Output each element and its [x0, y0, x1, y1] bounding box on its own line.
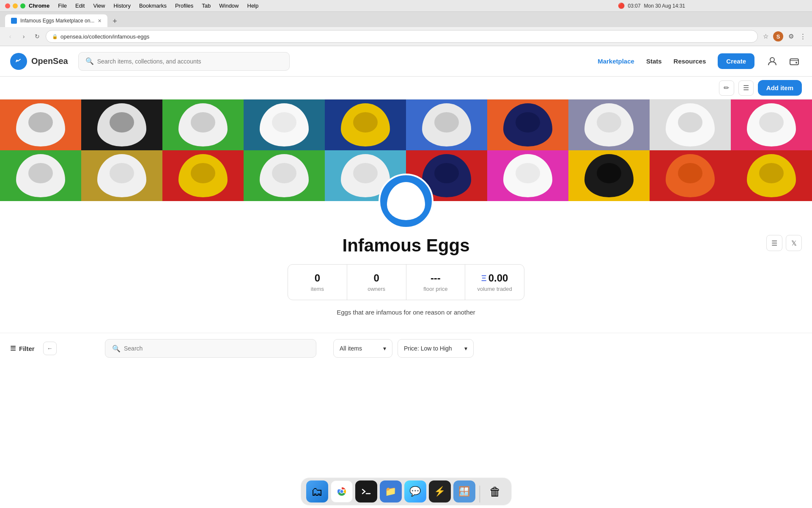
opensea-logo-icon: [10, 53, 27, 70]
stat-value-floor price: ---: [415, 272, 457, 284]
collection-title: Infamous Eggs: [342, 235, 469, 256]
egg-cell: [650, 99, 731, 150]
tab-title: Infamous Eggs Marketplace on...: [20, 18, 94, 24]
fullscreen-button[interactable]: [20, 3, 25, 8]
url-text: opensea.io/collection/infamous-eggs: [60, 33, 149, 40]
filter-search-icon: 🔍: [112, 345, 121, 353]
titlebar-menu: Chrome File Edit View History Bookmarks …: [29, 3, 258, 9]
search-icon: 🔍: [85, 57, 94, 65]
new-tab-button[interactable]: +: [109, 15, 121, 27]
egg-grid-row-1: [0, 99, 812, 150]
egg-cell: [81, 99, 162, 150]
menu-view[interactable]: View: [93, 3, 105, 9]
address-bar-icons: ☆ S ⚙ ⋮: [761, 31, 807, 41]
egg-cell: [162, 99, 244, 150]
filter-icon: ☰: [10, 345, 16, 352]
svg-point-2: [770, 58, 774, 62]
profile-icon[interactable]: S: [773, 31, 783, 41]
price-sort-dropdown[interactable]: Price: Low to High ▾: [398, 339, 474, 358]
opensea-logo-text: OpenSea: [31, 56, 68, 66]
all-items-dropdown[interactable]: All items ▾: [333, 339, 392, 358]
filter-search-input[interactable]: [124, 345, 309, 352]
menu-tab[interactable]: Tab: [202, 3, 211, 9]
egg-cell: [731, 150, 812, 201]
avatar-egg: [387, 182, 425, 220]
dropdown-arrow-icon: ▾: [383, 345, 386, 352]
menu-bookmarks[interactable]: Bookmarks: [139, 3, 167, 9]
battery-icon: 🔴: [618, 3, 625, 9]
stats-bar: 0items0owners---floor priceΞ0.00volume t…: [288, 264, 524, 300]
stat-label-floor price: floor price: [415, 286, 457, 292]
stat-label-volume traded: volume traded: [474, 286, 516, 292]
extensions-icon[interactable]: ⚙: [787, 32, 795, 41]
search-input[interactable]: [97, 58, 283, 65]
egg-cell: [731, 99, 812, 150]
nav-resources[interactable]: Resources: [674, 58, 706, 65]
system-time: 🔴 03:07 Mon 30 Aug 14:31: [618, 3, 685, 9]
egg-cell: [162, 150, 244, 201]
filter-row: ☰ Filter ← 🔍 All items ▾ Price: Low to H…: [0, 333, 812, 364]
egg-cell: [487, 150, 568, 201]
stat-value-owners: 0: [356, 272, 398, 284]
nav-marketplace[interactable]: Marketplace: [598, 58, 634, 65]
stat-volume traded: Ξ0.00volume traded: [465, 265, 524, 300]
active-tab[interactable]: Infamous Eggs Marketplace on... ×: [5, 14, 107, 27]
twitter-icon[interactable]: 𝕏: [786, 235, 802, 251]
egg-cell: [0, 99, 81, 150]
collection-info: ☰ 𝕏 Infamous Eggs 0items0owners---floor …: [0, 201, 812, 333]
stat-items: 0items: [288, 265, 347, 300]
list-view-icon[interactable]: ☰: [738, 80, 754, 96]
egg-cell: [244, 99, 325, 150]
svg-rect-3: [790, 59, 798, 65]
menu-icon[interactable]: ☰: [766, 235, 782, 251]
collection-toolbar: ✏ ☰ Add item: [0, 77, 812, 99]
menu-help[interactable]: Help: [247, 3, 259, 9]
svg-point-0: [14, 57, 23, 66]
tab-favicon: [11, 18, 17, 24]
wallet-icon[interactable]: [787, 54, 802, 69]
stat-value-items: 0: [296, 272, 338, 284]
forward-button[interactable]: ›: [19, 31, 29, 41]
filter-button[interactable]: ☰ Filter ←: [10, 338, 95, 359]
menu-history[interactable]: History: [113, 3, 130, 9]
bookmark-icon[interactable]: ☆: [761, 32, 770, 41]
opensea-logo[interactable]: OpenSea: [10, 53, 68, 70]
search-bar[interactable]: 🔍: [78, 52, 290, 71]
more-icon[interactable]: ⋮: [798, 32, 807, 41]
eth-icon: Ξ: [481, 273, 487, 283]
stat-label-items: items: [296, 286, 338, 292]
address-bar: ‹ › ↻ 🔒 opensea.io/collection/infamous-e…: [0, 27, 812, 46]
filter-search-box[interactable]: 🔍: [105, 339, 316, 358]
stat-label-owners: owners: [356, 286, 398, 292]
menu-file[interactable]: File: [58, 3, 67, 9]
menu-chrome[interactable]: Chrome: [29, 3, 49, 9]
account-icon[interactable]: [765, 54, 780, 69]
back-button[interactable]: ‹: [5, 31, 15, 41]
svg-point-4: [796, 62, 797, 64]
collection-avatar: [379, 174, 433, 229]
browser-chrome: Infamous Eggs Marketplace on... × + ‹ › …: [0, 12, 812, 46]
price-sort-arrow-icon: ▾: [464, 345, 467, 352]
nav-create[interactable]: Create: [718, 53, 754, 69]
edit-icon[interactable]: ✏: [719, 80, 734, 96]
egg-cell: [650, 150, 731, 201]
menu-profiles[interactable]: Profiles: [175, 3, 193, 9]
stat-owners: 0owners: [347, 265, 406, 300]
close-button[interactable]: [5, 3, 10, 8]
stat-value-volume traded: Ξ0.00: [474, 272, 516, 284]
url-bar[interactable]: 🔒 opensea.io/collection/infamous-eggs: [46, 30, 758, 43]
minimize-button[interactable]: [13, 3, 18, 8]
current-time: Mon 30 Aug 14:31: [644, 3, 685, 9]
nav-icons: [765, 54, 802, 69]
svg-point-1: [16, 60, 18, 61]
menu-edit[interactable]: Edit: [75, 3, 85, 9]
nav-stats[interactable]: Stats: [646, 58, 662, 65]
add-item-button[interactable]: Add item: [758, 80, 802, 96]
battery-time: 03:07: [628, 3, 641, 9]
refresh-button[interactable]: ↻: [32, 31, 42, 41]
stat-floor price: ---floor price: [406, 265, 466, 300]
menu-window[interactable]: Window: [219, 3, 239, 9]
traffic-lights: [5, 3, 25, 8]
filter-back-button[interactable]: ←: [43, 342, 57, 355]
tab-close-button[interactable]: ×: [98, 17, 101, 24]
